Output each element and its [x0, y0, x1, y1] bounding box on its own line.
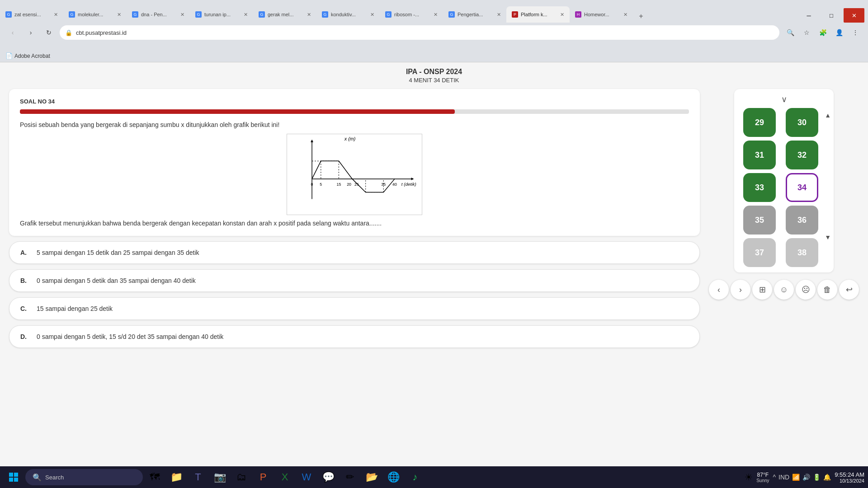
answer-option-c[interactable]: C. 15 sampai dengan 25 detik	[9, 297, 700, 320]
nav-btn-32[interactable]: 32	[786, 141, 818, 169]
search-page-icon[interactable]: 🔍	[783, 25, 797, 40]
exam-header: IPA - ONSP 2024 4 MENIT 34 DETIK	[0, 62, 868, 89]
sad-button[interactable]: ☹	[796, 280, 816, 300]
close-tab-3[interactable]: ✕	[180, 12, 184, 18]
maximize-button[interactable]: □	[821, 8, 842, 23]
back-button[interactable]: ‹	[5, 25, 20, 40]
volume-icon[interactable]: 🔊	[802, 474, 810, 481]
weather-widget: ☀	[745, 472, 753, 483]
progress-bar-bg	[20, 109, 689, 114]
answer-option-a[interactable]: A. 5 sampai dengan 15 detik dan 25 sampa…	[9, 241, 700, 264]
graph-area: x (m) t (detik)	[20, 134, 689, 215]
bookmark-icon[interactable]: ☆	[799, 25, 814, 40]
prev-button[interactable]: ‹	[709, 280, 729, 300]
tab-7[interactable]: G ribosom -... ✕	[380, 6, 443, 23]
tab-2[interactable]: G molekuler... ✕	[63, 6, 127, 23]
tab-5[interactable]: G gerak mel... ✕	[253, 6, 316, 23]
position-graph: x (m) t (detik)	[287, 134, 422, 215]
bookmark-adobe[interactable]: 📄 Adobe Acrobat	[5, 52, 50, 59]
next-button[interactable]: ›	[731, 280, 750, 300]
page-content: IPA - ONSP 2024 4 MENIT 34 DETIK SOAL NO…	[0, 62, 868, 466]
scroll-down-icon[interactable]: ▼	[825, 234, 831, 241]
question-text: Posisi sebuah benda yang bergerak di sep…	[20, 121, 689, 128]
taskbar-search[interactable]: 🔍 Search	[25, 469, 143, 485]
close-tab-1[interactable]: ✕	[54, 12, 58, 18]
answer-option-b[interactable]: B. 0 sampai dengan 5 detik dan 35 sampai…	[9, 269, 700, 292]
nav-btn-29[interactable]: 29	[743, 108, 776, 137]
svg-text:20: 20	[347, 182, 351, 187]
scroll-up-icon[interactable]: ▲	[825, 112, 831, 119]
notification-icon[interactable]: 🔔	[823, 474, 831, 481]
svg-text:x (m): x (m)	[344, 136, 356, 141]
nav-btn-33[interactable]: 33	[743, 173, 776, 202]
weather-desc: Sunny	[756, 478, 769, 483]
taskbar-excel[interactable]: X	[275, 467, 295, 487]
taskbar-file-manager[interactable]: 📁	[166, 467, 186, 487]
taskbar-ppt[interactable]: P	[253, 467, 273, 487]
nav-btn-38[interactable]: 38	[786, 238, 818, 267]
menu-icon[interactable]: ⋮	[848, 25, 863, 40]
adobe-icon: 📄	[5, 52, 13, 59]
taskbar-app4[interactable]: ✏	[340, 467, 360, 487]
close-button[interactable]: ✕	[844, 8, 864, 23]
bottom-controls: ‹ › ⊞ ☺ ☹ 🗑 ↩	[709, 280, 859, 300]
extensions-icon[interactable]: 🧩	[816, 25, 830, 40]
start-button[interactable]	[4, 467, 24, 487]
tab-4[interactable]: G turunan ip... ✕	[190, 6, 253, 23]
close-tab-4[interactable]: ✕	[244, 12, 248, 18]
question-card: SOAL NO 34 Posisi sebuah benda yang berg…	[9, 89, 700, 236]
nav-btn-36[interactable]: 36	[786, 206, 818, 235]
tab-3[interactable]: G dna - Pen... ✕	[127, 6, 190, 23]
profile-icon[interactable]: 👤	[832, 25, 846, 40]
nav-btn-30[interactable]: 30	[786, 108, 818, 137]
nav-btn-31[interactable]: 31	[743, 141, 776, 169]
answer-option-d[interactable]: D. 0 sampai dengan 5 detik, 15 s/d 20 de…	[9, 325, 700, 348]
grid-button[interactable]: ⊞	[752, 280, 772, 300]
svg-text:15: 15	[336, 182, 341, 187]
reload-button[interactable]: ↻	[42, 25, 56, 40]
return-button[interactable]: ↩	[839, 280, 859, 300]
taskbar-word[interactable]: W	[297, 467, 316, 487]
taskbar-spotify[interactable]: ♪	[405, 467, 425, 487]
nav-btn-35[interactable]: 35	[743, 206, 776, 235]
nav-btn-37[interactable]: 37	[743, 238, 776, 267]
close-tab-7[interactable]: ✕	[434, 12, 438, 18]
minimize-button[interactable]: ─	[798, 8, 819, 23]
taskbar: 🔍 Search 🗺 📁 T 📷 🗂 P X W 💬 ✏ 📂 🌐 ♪ ☀	[0, 466, 868, 488]
svg-marker-4	[411, 178, 414, 180]
close-tab-2[interactable]: ✕	[117, 12, 121, 18]
nav-btn-34[interactable]: 34	[786, 173, 818, 202]
taskbar-chrome[interactable]: 🌐	[383, 467, 403, 487]
close-tab-5[interactable]: ✕	[307, 12, 311, 18]
taskbar-teams[interactable]: T	[188, 467, 208, 487]
close-tab-6[interactable]: ✕	[370, 12, 374, 18]
date-display: 10/13/2024	[840, 478, 864, 483]
smile-button[interactable]: ☺	[774, 280, 794, 300]
new-tab-button[interactable]: +	[635, 10, 647, 23]
tab-10[interactable]: H Homewor... ✕	[570, 6, 633, 23]
close-tab-10[interactable]: ✕	[623, 12, 627, 18]
chevron-up-icon[interactable]: ^	[773, 474, 776, 481]
system-icons: ^ IND 📶 🔊 🔋 🔔	[773, 474, 831, 481]
tab-8[interactable]: G Pengertia... ✕	[443, 6, 506, 23]
trash-button[interactable]: 🗑	[817, 280, 837, 300]
exam-timer: 4 MENIT 34 DETIK	[5, 77, 863, 84]
taskbar-file-explorer[interactable]: 🗺	[145, 467, 165, 487]
tab-1[interactable]: G zat esensi... ✕	[0, 6, 63, 23]
tab-6[interactable]: G konduktiv... ✕	[316, 6, 380, 23]
option-text-d: 0 sampai dengan 5 detik, 15 s/d 20 det 3…	[37, 333, 223, 340]
tab-9-active[interactable]: P Platform k... ✕	[506, 6, 570, 23]
taskbar-whatsapp[interactable]: 💬	[318, 467, 338, 487]
right-panel: ∨ ▲ 29 30 31 32 33 34 35 36 37 38 ▼	[709, 89, 859, 462]
battery-icon[interactable]: 🔋	[813, 474, 821, 481]
taskbar-app3[interactable]: 🗂	[231, 467, 251, 487]
close-tab-8[interactable]: ✕	[497, 12, 501, 18]
taskbar-app2[interactable]: 📷	[210, 467, 230, 487]
forward-button[interactable]: ›	[24, 25, 38, 40]
address-bar[interactable]: 🔒 cbt.pusatprestasi.id	[60, 25, 779, 40]
close-tab-9[interactable]: ✕	[560, 12, 564, 18]
wifi-icon[interactable]: 📶	[792, 474, 800, 481]
chevron-down-icon[interactable]: ∨	[781, 94, 787, 104]
svg-text:5: 5	[320, 182, 322, 187]
taskbar-files[interactable]: 📂	[362, 467, 382, 487]
